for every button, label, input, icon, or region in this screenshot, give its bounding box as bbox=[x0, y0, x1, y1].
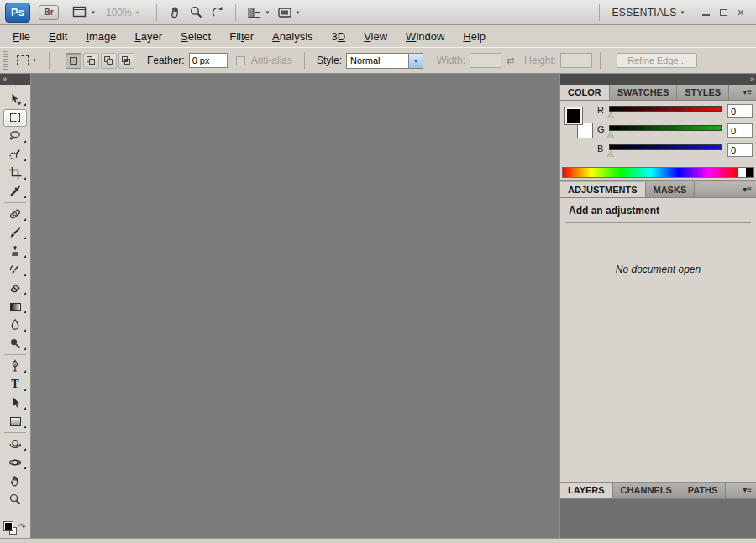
blue-value-input[interactable] bbox=[727, 143, 753, 157]
tool-gradient[interactable] bbox=[0, 297, 30, 316]
tool-eyedropper[interactable] bbox=[0, 182, 30, 201]
layers-panel-menu-icon[interactable]: ▾≡ bbox=[738, 483, 756, 498]
tool-move[interactable] bbox=[0, 90, 30, 108]
tool-3d-orbit[interactable] bbox=[0, 453, 30, 472]
tab-paths[interactable]: PATHS bbox=[680, 483, 727, 498]
tab-layers[interactable]: LAYERS bbox=[560, 483, 613, 498]
tab-masks[interactable]: MASKS bbox=[646, 182, 696, 197]
foreground-color-swatch[interactable] bbox=[565, 107, 582, 124]
adjustments-panel: ADJUSTMENTS MASKS ▾≡ Add an adjustment N… bbox=[560, 182, 756, 482]
menu-window[interactable]: Window bbox=[399, 28, 451, 45]
background-color-swatch[interactable] bbox=[577, 123, 593, 138]
tool-history-brush[interactable] bbox=[0, 260, 30, 279]
tools-panel-collapse-header[interactable]: » bbox=[0, 74, 30, 85]
green-slider-thumb[interactable] bbox=[607, 132, 614, 138]
style-select-arrow-button[interactable]: ▼ bbox=[408, 54, 423, 68]
spectrum-white-chip[interactable] bbox=[738, 168, 746, 177]
tool-3d-rotate[interactable] bbox=[0, 435, 30, 453]
blue-channel-row: B bbox=[597, 143, 753, 162]
menu-view[interactable]: View bbox=[357, 28, 394, 45]
close-button[interactable]: × bbox=[738, 9, 744, 16]
tool-clone-stamp[interactable] bbox=[0, 242, 30, 260]
menu-analysis[interactable]: Analysis bbox=[265, 28, 319, 45]
width-input[interactable] bbox=[470, 53, 501, 68]
foreground-color-swatch[interactable] bbox=[4, 522, 13, 530]
new-selection-button[interactable] bbox=[66, 53, 81, 69]
tool-pen[interactable] bbox=[0, 357, 30, 375]
dock-collapse-header[interactable]: » bbox=[560, 74, 756, 85]
swap-colors-icon[interactable]: ↷ bbox=[18, 523, 25, 531]
antialias-checkbox[interactable] bbox=[236, 56, 245, 65]
menu-layer[interactable]: Layer bbox=[129, 28, 170, 45]
blue-slider[interactable] bbox=[609, 144, 722, 150]
workspace-switcher[interactable]: ESSENTIALS ▼ bbox=[607, 7, 690, 18]
tool-hand[interactable] bbox=[0, 472, 30, 490]
tool-blur[interactable] bbox=[0, 316, 30, 334]
tool-preset-picker[interactable]: ▼ bbox=[13, 53, 41, 68]
red-slider-thumb[interactable] bbox=[607, 112, 614, 118]
tab-adjustments[interactable]: ADJUSTMENTS bbox=[560, 182, 646, 197]
color-panel-menu-icon[interactable]: ▾≡ bbox=[738, 85, 756, 100]
options-bar-grip[interactable] bbox=[3, 51, 8, 70]
swap-dimensions-icon[interactable]: ⇄ bbox=[507, 55, 515, 66]
arrange-documents-icon bbox=[247, 6, 262, 19]
menu-3d[interactable]: 3D bbox=[325, 28, 353, 45]
tool-brush[interactable] bbox=[0, 223, 30, 242]
menu-image[interactable]: Image bbox=[79, 28, 123, 45]
zoom-level-control[interactable]: 100% ▼ bbox=[106, 7, 140, 18]
arrange-documents-button[interactable]: ▼ bbox=[244, 4, 274, 21]
menu-select[interactable]: Select bbox=[174, 28, 218, 45]
menu-edit[interactable]: Edit bbox=[42, 28, 74, 45]
tool-rectangle-shape[interactable] bbox=[0, 412, 30, 431]
add-to-selection-button[interactable] bbox=[83, 53, 99, 69]
maximize-button[interactable] bbox=[720, 9, 727, 16]
green-value-input[interactable] bbox=[727, 123, 753, 138]
spectrum-gradient[interactable] bbox=[563, 168, 738, 177]
tools-separator bbox=[4, 202, 26, 203]
tool-zoom[interactable] bbox=[0, 490, 30, 509]
subtract-from-selection-button[interactable] bbox=[101, 53, 117, 69]
rectangular-marquee-icon bbox=[10, 113, 20, 122]
tool-rectangular-marquee[interactable] bbox=[0, 108, 30, 127]
blue-slider-thumb[interactable] bbox=[607, 151, 614, 157]
tool-eraser[interactable] bbox=[0, 279, 30, 297]
green-slider[interactable] bbox=[609, 125, 722, 131]
tool-quick-selection[interactable] bbox=[0, 145, 30, 164]
refine-edge-button[interactable]: Refine Edge... bbox=[617, 53, 697, 68]
tool-lasso[interactable] bbox=[0, 127, 30, 145]
intersect-selection-button[interactable] bbox=[118, 53, 134, 69]
launch-bridge-button[interactable]: Br bbox=[39, 5, 59, 20]
tab-channels[interactable]: CHANNELS bbox=[613, 483, 680, 498]
minimize-button[interactable] bbox=[702, 9, 710, 16]
view-extras-button[interactable]: ▼ bbox=[69, 4, 99, 21]
add-adjustment-heading: Add an adjustment bbox=[560, 198, 756, 222]
tool-dodge[interactable] bbox=[0, 334, 30, 352]
tab-styles[interactable]: STYLES bbox=[677, 85, 729, 100]
tool-spot-healing-brush[interactable] bbox=[0, 205, 30, 223]
view-extras-dropdown-arrow: ▼ bbox=[91, 10, 96, 15]
style-select[interactable]: Normal ▼ bbox=[346, 53, 423, 69]
red-value-input[interactable] bbox=[727, 104, 753, 118]
feather-input[interactable] bbox=[189, 53, 228, 68]
move-tool-icon bbox=[8, 92, 22, 106]
tab-color[interactable]: COLOR bbox=[560, 85, 610, 100]
tool-crop[interactable] bbox=[0, 164, 30, 182]
spectrum-black-chip[interactable] bbox=[746, 168, 753, 177]
rotate-view-button[interactable] bbox=[207, 4, 228, 21]
zoom-tool-button[interactable] bbox=[186, 4, 207, 21]
foreground-background-colors[interactable]: ↷ bbox=[3, 522, 25, 535]
menu-help[interactable]: Help bbox=[456, 28, 492, 45]
menu-file[interactable]: File bbox=[6, 28, 37, 45]
screen-mode-button[interactable]: ▼ bbox=[274, 4, 304, 21]
hand-tool-icon bbox=[8, 474, 22, 488]
tool-type[interactable]: T bbox=[0, 375, 30, 394]
red-slider[interactable] bbox=[609, 106, 722, 112]
height-input[interactable] bbox=[560, 53, 592, 68]
tool-path-selection[interactable] bbox=[0, 394, 30, 412]
tools-separator bbox=[4, 354, 26, 355]
tab-swatches[interactable]: SWATCHES bbox=[610, 85, 678, 100]
menu-filter[interactable]: Filter bbox=[223, 28, 260, 45]
adjustments-panel-menu-icon[interactable]: ▾≡ bbox=[738, 182, 756, 197]
hand-tool-button[interactable] bbox=[165, 4, 186, 21]
color-spectrum-ramp[interactable] bbox=[562, 167, 754, 178]
